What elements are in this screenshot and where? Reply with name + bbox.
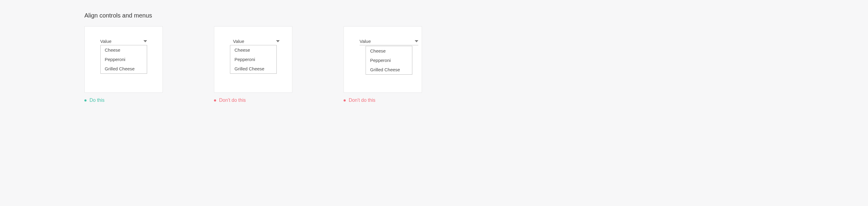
example-card: Value Cheese Pepperoni Grilled Cheese: [214, 26, 292, 93]
caret-down-icon: [415, 40, 418, 42]
status-dot-icon: [214, 99, 216, 102]
dropdown-control[interactable]: Value Cheese Pepperoni Grilled Cheese: [100, 38, 147, 74]
dropdown-label-row: Value: [100, 38, 147, 44]
example-card: Value Cheese Pepperoni Grilled Cheese: [84, 26, 163, 93]
caption-text: Don't do this: [349, 98, 375, 103]
example-card: Value Cheese Pepperoni Grilled Cheese: [344, 26, 422, 93]
example-dont-offset: Value Cheese Pepperoni Grilled Cheese Do…: [214, 26, 292, 103]
menu-item[interactable]: Grilled Cheese: [101, 64, 147, 73]
status-dot-icon: [344, 99, 346, 102]
menu-item[interactable]: Cheese: [366, 46, 412, 56]
dropdown-label: Value: [233, 38, 244, 44]
dropdown-label-row: Value: [233, 38, 280, 44]
caption-dont: Don't do this: [214, 98, 292, 103]
dropdown-control[interactable]: Value Cheese Pepperoni Grilled Cheese: [360, 38, 418, 75]
caret-down-icon: [144, 40, 147, 42]
dropdown-menu: Cheese Pepperoni Grilled Cheese: [230, 45, 277, 74]
menu-item[interactable]: Grilled Cheese: [230, 64, 276, 73]
example-do: Value Cheese Pepperoni Grilled Cheese Do…: [84, 26, 163, 103]
menu-item[interactable]: Grilled Cheese: [366, 65, 412, 74]
dropdown-control[interactable]: Value Cheese Pepperoni Grilled Cheese: [233, 38, 280, 74]
menu-item[interactable]: Pepperoni: [230, 55, 276, 64]
caret-down-icon: [276, 40, 280, 42]
examples-row: Value Cheese Pepperoni Grilled Cheese Do…: [84, 26, 784, 103]
menu-item[interactable]: Pepperoni: [366, 56, 412, 65]
example-dont-wide: Value Cheese Pepperoni Grilled Cheese Do…: [344, 26, 422, 103]
dropdown-menu: Cheese Pepperoni Grilled Cheese: [366, 46, 412, 75]
caption-text: Do this: [90, 98, 104, 103]
caption-text: Don't do this: [219, 98, 246, 103]
status-dot-icon: [84, 99, 87, 102]
caption-dont: Don't do this: [344, 98, 422, 103]
menu-item[interactable]: Cheese: [101, 45, 147, 55]
dropdown-menu: Cheese Pepperoni Grilled Cheese: [100, 45, 147, 74]
menu-item[interactable]: Cheese: [230, 45, 276, 55]
caption-do: Do this: [84, 98, 163, 103]
menu-item[interactable]: Pepperoni: [101, 55, 147, 64]
dropdown-label: Value: [100, 38, 112, 44]
dropdown-label: Value: [360, 38, 371, 44]
section-title: Align controls and menus: [84, 12, 784, 19]
dropdown-label-row: Value: [360, 38, 418, 45]
